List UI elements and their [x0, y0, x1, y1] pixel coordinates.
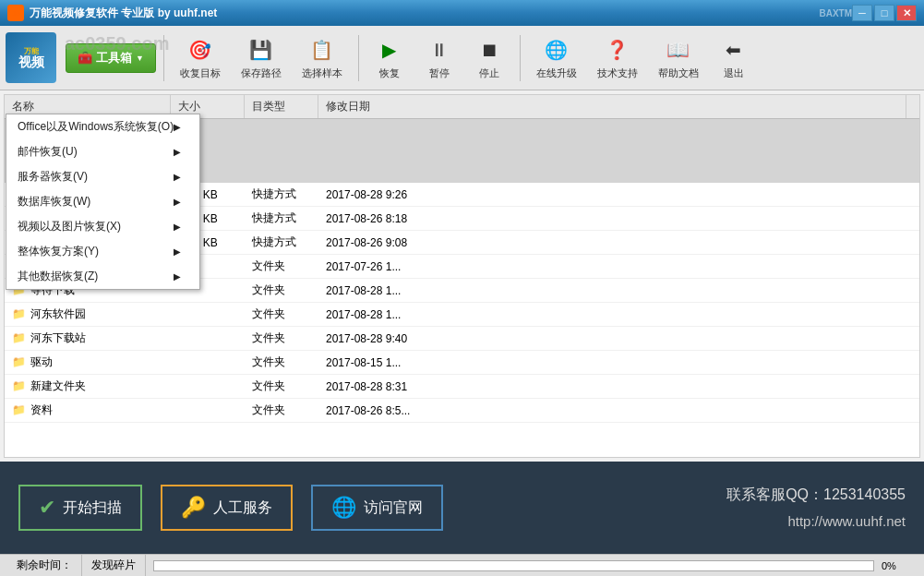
help-doc-label: 帮助文档 [658, 66, 699, 80]
exit-icon: ⬅ [719, 35, 749, 65]
toolbar-separator-3 [520, 35, 521, 81]
menu-arrow-full: ▶ [174, 246, 181, 257]
menu-item-full[interactable]: 整体恢复方案(Y) ▶ [6, 239, 199, 264]
col-header-type: 目类型 [245, 95, 318, 118]
file-type-dingding: 快捷方式 [245, 209, 318, 228]
pause-icon: ⏸ [425, 35, 454, 65]
remaining-time-label: 剩余时间： [17, 558, 72, 573]
scan-button[interactable]: ✔ 开始扫描 [18, 485, 142, 531]
help-doc-button[interactable]: 📖 帮助文档 [650, 30, 707, 85]
pause-label: 暂停 [429, 66, 450, 80]
file-name-hedong2: 河东下载站 [30, 330, 86, 346]
contact-qq-label: 联系客服QQ：1253140355 [726, 482, 906, 509]
toolbar-separator-2 [358, 35, 359, 81]
progress-bar-outer [153, 560, 874, 571]
select-sample-label: 选择样本 [302, 66, 342, 80]
select-sample-button[interactable]: 📋 选择样本 [294, 30, 351, 85]
status-bar: 剩余时间： 发现碎片 0% [0, 554, 924, 576]
menu-item-email[interactable]: 邮件恢复(U) ▶ [6, 139, 199, 164]
toolbar-separator-1 [163, 35, 164, 81]
recover-label: 恢复 [379, 66, 400, 80]
tech-support-icon: ❓ [603, 35, 632, 65]
menu-arrow-email: ▶ [174, 147, 181, 157]
file-type-new-folder: 文件夹 [245, 377, 318, 396]
file-name-driver: 驱动 [30, 354, 53, 370]
file-type-img: 文件夹 [245, 257, 318, 276]
file-date-hedong1: 2017-08-28 1... [318, 306, 919, 323]
stop-icon: ⏹ [474, 35, 504, 65]
stop-button[interactable]: ⏹ 停止 [466, 30, 512, 85]
menu-item-other[interactable]: 其他数据恢复(Z) ▶ [6, 264, 199, 289]
file-type-hedong1: 文件夹 [245, 305, 318, 324]
file-size-hedong2 [171, 337, 245, 341]
file-size-hedong1 [171, 313, 245, 317]
app-logo: 1D [7, 5, 24, 21]
recovery-target-icon: 🎯 [186, 35, 215, 65]
menu-arrow-video: ▶ [174, 222, 181, 232]
menu-arrow-database: ▶ [174, 197, 181, 207]
file-type-wait: 文件夹 [245, 281, 318, 300]
list-item[interactable]: 📁 新建文件夹 文件夹 2017-08-28 8:31 [5, 375, 919, 399]
menu-arrow-other: ▶ [174, 271, 181, 282]
status-progress-area: 0% [146, 555, 917, 576]
close-button[interactable]: ✕ [896, 5, 917, 21]
save-path-icon: 💾 [246, 35, 276, 65]
save-path-label: 保存路径 [241, 66, 282, 80]
file-date-dingding: 2017-08-26 8:18 [318, 210, 919, 227]
help-doc-icon: 📖 [664, 35, 693, 65]
file-size-data [171, 409, 245, 413]
menu-item-server[interactable]: 服务器恢复(V) ▶ [6, 164, 199, 189]
menu-item-office-label: Office以及Windows系统恢复(O) [18, 119, 174, 135]
manual-service-button[interactable]: 🔑 人工服务 [161, 485, 293, 531]
file-date-benchmark: 2017-08-28 9:26 [318, 186, 919, 203]
recovery-target-label: 收复目标 [180, 66, 221, 80]
menu-item-full-label: 整体恢复方案(Y) [18, 244, 99, 259]
menu-item-server-label: 服务器恢复(V) [18, 169, 88, 185]
minimize-button[interactable]: ─ [852, 5, 872, 21]
tech-support-label: 技术支持 [597, 66, 638, 80]
title-bar: 1D 万能视频修复软件 专业版 by uuhf.net BAXTM ─ □ ✕ [0, 0, 924, 26]
tech-support-button[interactable]: ❓ 技术支持 [589, 30, 646, 85]
toolbar: 万能 视频 ac0359.com 🧰 工具箱 ▼ 🎯 收复目标 💾 保存路径 [0, 26, 924, 90]
brand-logo: 万能 视频 [6, 32, 56, 83]
menu-item-database[interactable]: 数据库恢复(W) ▶ [6, 189, 199, 214]
file-name-hedong1: 河东软件园 [30, 306, 86, 322]
list-item[interactable]: 📁 驱动 文件夹 2017-08-15 1... [5, 351, 919, 375]
file-name-data: 资料 [30, 402, 53, 418]
pause-button[interactable]: ⏸ 暂停 [416, 30, 462, 85]
file-date-qq: 2017-08-26 9:08 [318, 234, 919, 251]
online-upgrade-label: 在线升级 [536, 66, 577, 80]
maximize-button[interactable]: □ [874, 5, 894, 21]
scan-check-icon: ✔ [39, 496, 55, 520]
list-item[interactable]: 📁 资料 文件夹 2017-08-26 8:5... [5, 399, 919, 423]
online-upgrade-button[interactable]: 🌐 在线升级 [528, 30, 585, 85]
select-sample-icon: 📋 [307, 35, 337, 65]
website-icon: 🌐 [331, 496, 356, 520]
visit-website-button[interactable]: 🌐 访问官网 [311, 485, 443, 531]
menu-item-office[interactable]: Office以及Windows系统恢复(O) ▶ [6, 114, 199, 139]
list-item[interactable]: 📁 河东软件园 文件夹 2017-08-28 1... [5, 303, 919, 327]
file-type-qq: 快捷方式 [245, 233, 318, 252]
file-date-data: 2017-08-26 8:5... [318, 402, 919, 419]
scrollbar-header-placeholder [906, 95, 919, 118]
website-label: 访问官网 [364, 498, 423, 518]
file-icon-hedong1: 📁 [12, 307, 27, 322]
menu-item-video[interactable]: 视频以及图片恢复(X) ▶ [6, 214, 199, 239]
online-upgrade-icon: 🌐 [542, 35, 571, 65]
file-date-hedong2: 2017-08-28 9:40 [318, 330, 919, 347]
recovery-target-button[interactable]: 🎯 收复目标 [172, 30, 229, 85]
exit-button[interactable]: ⬅ 退出 [711, 30, 757, 85]
menu-item-database-label: 数据库恢复(W) [18, 194, 90, 210]
recover-button[interactable]: ▶ 恢复 [366, 30, 413, 85]
file-icon-data: 📁 [12, 403, 27, 418]
menu-item-video-label: 视频以及图片恢复(X) [18, 219, 121, 234]
toolbox-button[interactable]: 🧰 工具箱 ▼ [66, 43, 156, 73]
col-header-date: 修改日期 [318, 95, 906, 118]
menu-arrow-server: ▶ [174, 172, 181, 182]
save-path-button[interactable]: 💾 保存路径 [233, 30, 290, 85]
list-item[interactable]: 📁 河东下载站 文件夹 2017-08-28 9:40 [5, 327, 919, 351]
status-remaining-time: 剩余时间： [7, 555, 82, 576]
toolbox-container: 🧰 工具箱 ▼ [66, 43, 156, 73]
main-window: 万能 视频 ac0359.com 🧰 工具箱 ▼ 🎯 收复目标 💾 保存路径 [0, 26, 924, 576]
status-found-fragments: 发现碎片 [82, 555, 146, 576]
